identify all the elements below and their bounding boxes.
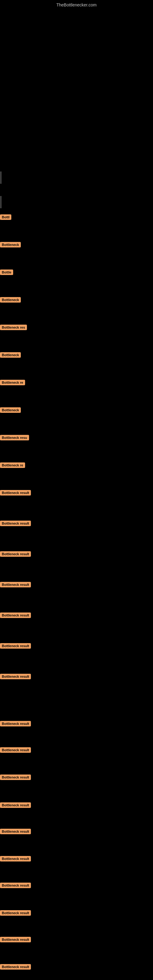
bottleneck-result-badge-23[interactable]: Bottleneck result [0, 856, 31, 861]
bottleneck-result-badge-19[interactable]: Bottleneck result [0, 747, 31, 753]
bottleneck-result-badge-15[interactable]: Bottleneck result [0, 612, 31, 618]
vertical-line [1, 196, 1, 208]
bottleneck-result-badge-5[interactable]: Bottleneck res [0, 325, 27, 330]
vertical-line [1, 172, 1, 184]
bottleneck-result-badge-9[interactable]: Bottleneck resu [0, 435, 29, 441]
bottleneck-result-badge-16[interactable]: Bottleneck result [0, 643, 31, 649]
bottleneck-result-badge-13[interactable]: Bottleneck result [0, 551, 31, 557]
bottleneck-result-badge-25[interactable]: Bottleneck result [0, 910, 31, 916]
bottleneck-result-badge-21[interactable]: Bottleneck result [0, 802, 31, 808]
bottleneck-result-badge-4[interactable]: Bottleneck [0, 297, 21, 302]
bottleneck-result-badge-20[interactable]: Bottleneck result [0, 775, 31, 780]
bottleneck-result-badge-2[interactable]: Bottleneck [0, 242, 21, 247]
bottleneck-result-badge-3[interactable]: Bottle [0, 269, 13, 275]
bottleneck-result-badge-22[interactable]: Bottleneck result [0, 829, 31, 834]
bottleneck-result-badge-8[interactable]: Bottleneck [0, 407, 21, 413]
bottleneck-result-badge-11[interactable]: Bottleneck result [0, 490, 31, 495]
bottleneck-result-badge-12[interactable]: Bottleneck result [0, 520, 31, 526]
bottleneck-result-badge-7[interactable]: Bottleneck re [0, 380, 25, 385]
bottleneck-result-badge-26[interactable]: Bottleneck result [0, 937, 31, 942]
site-title: TheBottlenecker.com [56, 2, 97, 7]
bottleneck-result-badge-27[interactable]: Bottleneck result [0, 964, 31, 970]
bottleneck-result-badge-1[interactable]: Bottl [0, 215, 11, 220]
bottleneck-result-badge-18[interactable]: Bottleneck result [0, 721, 31, 726]
bottleneck-result-badge-14[interactable]: Bottleneck result [0, 582, 31, 587]
bottleneck-result-badge-10[interactable]: Bottleneck re [0, 463, 25, 468]
bottleneck-result-badge-17[interactable]: Bottleneck result [0, 674, 31, 679]
bottleneck-result-badge-24[interactable]: Bottleneck result [0, 883, 31, 888]
bottleneck-result-badge-6[interactable]: Bottleneck [0, 352, 21, 358]
